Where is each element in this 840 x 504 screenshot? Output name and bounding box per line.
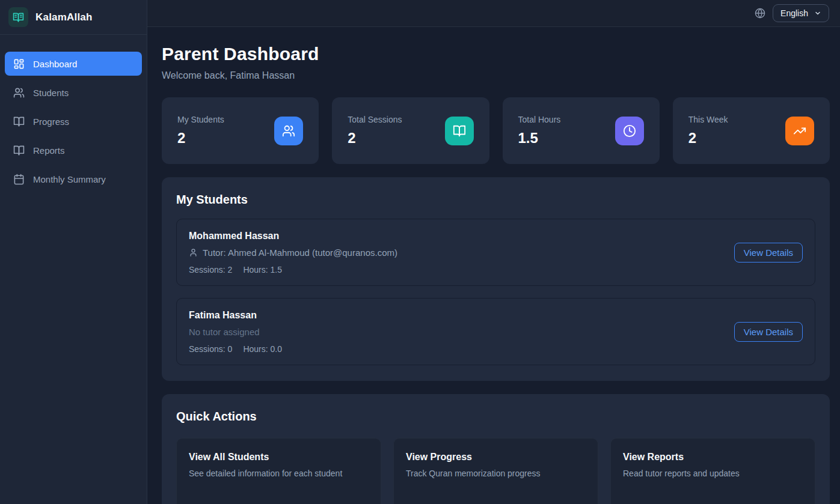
sidebar-item-dashboard[interactable]: Dashboard (5, 52, 142, 76)
stat-value: 2 (177, 130, 224, 147)
stat-value: 2 (348, 130, 402, 147)
my-students-section: My Students Mohammed Hassan Tutor: Ahmed… (162, 177, 830, 381)
sidebar-item-reports[interactable]: Reports (5, 138, 142, 162)
sidebar-item-label: Students (33, 88, 69, 98)
student-info: Fatima Hassan No tutor assigned Sessions… (189, 310, 282, 354)
stat-card-total-hours: Total Hours 1.5 (503, 97, 660, 164)
clock-icon (615, 117, 644, 145)
sidebar-item-monthly-summary[interactable]: Monthly Summary (5, 167, 142, 191)
stat-label: Total Sessions (348, 115, 402, 124)
book-open-icon (445, 117, 474, 145)
trending-up-icon (785, 117, 814, 145)
student-name: Fatima Hassan (189, 310, 282, 321)
student-stats: Sessions: 2 Hours: 1.5 (189, 265, 397, 275)
dashboard-grid-icon (13, 58, 25, 70)
users-icon (13, 87, 25, 99)
sidebar-item-label: Dashboard (33, 59, 77, 69)
section-title: My Students (176, 193, 815, 207)
stat-card-this-week: This Week 2 (673, 97, 830, 164)
student-info: Mohammed Hassan Tutor: Ahmed Al-Mahmoud … (189, 231, 397, 275)
users-icon (274, 117, 303, 145)
globe-icon (755, 8, 765, 19)
tutor-text: No tutor assigned (189, 327, 260, 337)
welcome-text: Welcome back, Fatima Hassan (162, 70, 830, 81)
tutor-text: Tutor: Ahmed Al-Mahmoud (tutor@quranos.c… (203, 247, 397, 258)
stat-label: Total Hours (518, 115, 561, 124)
sidebar-header: KalamAllah (0, 0, 147, 35)
app-title: KalamAllah (35, 11, 93, 23)
sidebar-item-label: Monthly Summary (33, 174, 106, 184)
language-select[interactable]: English (773, 4, 829, 22)
sidebar-item-students[interactable]: Students (5, 80, 142, 105)
sessions-count: Sessions: 2 (189, 265, 232, 275)
quick-action-title: View Reports (623, 452, 803, 463)
quick-action-description: Track Quran memorization progress (406, 469, 586, 478)
quick-action-view-reports[interactable]: View Reports Read tutor reports and upda… (610, 438, 815, 504)
student-card: Fatima Hassan No tutor assigned Sessions… (176, 298, 815, 365)
quick-action-description: Read tutor reports and updates (623, 469, 803, 478)
stat-value: 1.5 (518, 130, 561, 147)
quick-action-view-all-students[interactable]: View All Students See detailed informati… (176, 438, 381, 504)
stat-card-total-sessions: Total Sessions 2 (332, 97, 489, 164)
sessions-count: Sessions: 0 (189, 344, 232, 354)
open-book-logo-icon (13, 11, 24, 23)
sidebar-item-progress[interactable]: Progress (5, 109, 142, 133)
page-content: Parent Dashboard Welcome back, Fatima Ha… (147, 27, 840, 504)
app-logo (8, 7, 28, 27)
chevron-down-icon (814, 10, 821, 17)
student-name: Mohammed Hassan (189, 231, 397, 241)
quick-actions-section: Quick Actions View All Students See deta… (162, 394, 830, 504)
main-area: English Parent Dashboard Welcome back, F… (147, 0, 840, 504)
sidebar: KalamAllah Dashboard (0, 0, 147, 504)
section-title: Quick Actions (176, 410, 815, 424)
view-details-button[interactable]: View Details (734, 243, 803, 263)
student-stats: Sessions: 0 Hours: 0.0 (189, 344, 282, 354)
hours-count: Hours: 1.5 (243, 265, 282, 275)
stat-label: This Week (688, 115, 728, 124)
student-tutor: Tutor: Ahmed Al-Mahmoud (tutor@quranos.c… (189, 247, 397, 258)
stat-label: My Students (177, 115, 224, 124)
hours-count: Hours: 0.0 (243, 344, 282, 354)
quick-action-title: View All Students (189, 452, 369, 463)
quick-action-title: View Progress (406, 452, 586, 463)
calendar-icon (13, 174, 25, 185)
stats-grid: My Students 2 Total Sessions 2 (162, 97, 830, 164)
page-title: Parent Dashboard (162, 44, 830, 64)
quick-action-description: See detailed information for each studen… (189, 469, 369, 478)
book-open-icon (13, 116, 25, 127)
book-open-icon (13, 145, 25, 156)
stat-value: 2 (688, 130, 728, 147)
topbar: English (147, 0, 840, 27)
quick-action-view-progress[interactable]: View Progress Track Quran memorization p… (393, 438, 598, 504)
view-details-button[interactable]: View Details (734, 322, 803, 342)
student-tutor: No tutor assigned (189, 327, 282, 337)
sidebar-item-label: Reports (33, 145, 65, 156)
language-select-value: English (780, 8, 808, 18)
app-root: KalamAllah Dashboard (0, 0, 840, 504)
quick-actions-grid: View All Students See detailed informati… (176, 438, 815, 504)
sidebar-item-label: Progress (33, 117, 69, 127)
student-card: Mohammed Hassan Tutor: Ahmed Al-Mahmoud … (176, 219, 815, 286)
user-icon (189, 248, 198, 257)
stat-card-my-students: My Students 2 (162, 97, 319, 164)
sidebar-nav: Dashboard Students Progress (0, 35, 147, 208)
